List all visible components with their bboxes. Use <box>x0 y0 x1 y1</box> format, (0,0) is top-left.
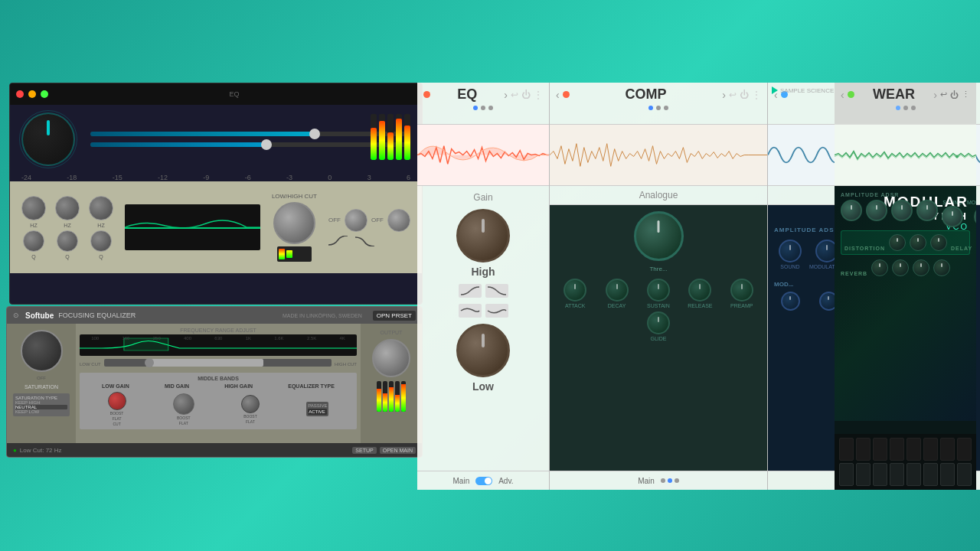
eq-hcut-knob[interactable] <box>387 209 410 232</box>
synth-k1-knob[interactable] <box>841 200 862 221</box>
softube-band-knobs: BOOST FLAT CUT BOOST FLAT BOOST FLAT <box>84 392 352 426</box>
eq-output-knob[interactable] <box>273 202 315 244</box>
pad-1-4[interactable] <box>890 438 904 461</box>
softube-setup-btn[interactable]: SETUP <box>352 447 376 454</box>
synth-green-row: DISTORTION DELAY <box>844 234 966 251</box>
pad-2-8[interactable] <box>957 463 972 486</box>
wear-power[interactable]: ⏻ <box>950 90 959 99</box>
eq-lcut-knob[interactable] <box>345 209 368 232</box>
comp-threshold-knob[interactable] <box>634 211 684 261</box>
softube-output-knob[interactable] <box>372 339 410 377</box>
eq-slider-1[interactable] <box>90 132 410 136</box>
comp-waveform-svg <box>550 125 767 185</box>
comp-release-knob[interactable] <box>688 279 711 302</box>
softube-keeplo[interactable]: KEEP LOW <box>15 409 67 414</box>
pad-1-7[interactable] <box>940 438 955 461</box>
softube-open-preset-btn[interactable]: OPN PRSET <box>373 311 416 321</box>
pad-2-3[interactable] <box>873 463 887 486</box>
close-dot[interactable] <box>16 90 24 98</box>
pad-1-5[interactable] <box>906 438 921 461</box>
softube-sat-type: SATURATION TYPE KEEP HIGH NEUTRAL KEEP L… <box>13 393 70 416</box>
synth-k4-knob[interactable] <box>916 200 938 221</box>
softube-footer-text: Low Cut: 72 Hz <box>20 447 62 454</box>
eq-curve-btn-2[interactable] <box>485 284 508 298</box>
mod-sound-knob[interactable] <box>779 240 802 262</box>
synth-gk3 <box>930 234 947 251</box>
pad-1-8[interactable] <box>957 438 972 461</box>
softube-saturation-knob[interactable] <box>21 330 63 372</box>
synth-gk1-knob[interactable] <box>889 234 906 251</box>
softube-passive[interactable]: PASSIVE <box>308 403 327 408</box>
wear-waveform-svg <box>835 125 976 185</box>
comp-name-row: ‹ COMP › ↩ ⏻ ⋮ <box>556 86 761 103</box>
eq-curve-btn-3[interactable] <box>459 304 482 318</box>
pad-1-2[interactable] <box>856 438 871 461</box>
softube-hi-boost: BOOST <box>243 414 257 419</box>
eq-curve-btn-4[interactable] <box>485 304 508 318</box>
comp-nav-right[interactable]: › <box>722 89 726 101</box>
comp-power[interactable]: ⏻ <box>740 90 749 100</box>
maximize-dot[interactable] <box>41 90 48 98</box>
eq-band1-knob[interactable] <box>21 196 46 220</box>
wear-menu[interactable]: ⋮ <box>962 90 970 99</box>
eq-band2-knob[interactable] <box>55 196 80 220</box>
comp-sustain-knob[interactable] <box>647 279 670 302</box>
comp-attack-knob[interactable] <box>564 279 586 302</box>
pad-1-1[interactable] <box>839 438 854 461</box>
synth-k2-knob[interactable] <box>866 200 887 221</box>
eq-nav-right[interactable]: › <box>504 89 508 101</box>
softube-active[interactable]: ACTIVE <box>308 409 327 415</box>
pad-2-5[interactable] <box>906 463 921 486</box>
eq-band1-q-knob[interactable] <box>23 230 44 252</box>
eq-slider-2[interactable] <box>90 142 410 147</box>
pad-1-6[interactable] <box>923 438 938 461</box>
eq-footer-toggle[interactable] <box>475 477 492 485</box>
wear-undo[interactable]: ↩ <box>940 90 947 99</box>
comp-preamp-knob[interactable] <box>730 279 753 302</box>
synth-rk4-knob[interactable] <box>933 259 950 276</box>
synth-gk2-knob[interactable] <box>910 234 926 251</box>
pad-2-7[interactable] <box>940 463 955 486</box>
eq-low-knob[interactable] <box>456 324 510 377</box>
eq-power[interactable]: ⏻ <box>521 90 531 100</box>
synth-k5-knob[interactable] <box>942 206 963 227</box>
softube-midgain-knob[interactable] <box>173 393 194 415</box>
pad-1-3[interactable] <box>873 438 887 461</box>
comp-decay-knob[interactable] <box>606 279 629 302</box>
mod-s1-knob[interactable] <box>781 292 800 311</box>
comp-nav-left[interactable]: ‹ <box>556 89 560 101</box>
eq-band3-knob[interactable] <box>89 196 113 220</box>
synth-rk2-knob[interactable] <box>892 259 909 276</box>
synth-k6-knob[interactable] <box>974 206 976 227</box>
softube-openMain-btn[interactable]: OPEN MAIN <box>380 447 416 454</box>
eq-high-knob[interactable] <box>456 209 510 262</box>
softube-highgain-knob[interactable] <box>241 395 260 413</box>
eq-gain-sublabel: Gain <box>473 192 492 203</box>
comp-menu[interactable]: ⋮ <box>752 90 761 100</box>
wear-nav-right[interactable]: › <box>933 89 937 101</box>
eq-band3-q-knob[interactable] <box>90 230 112 252</box>
eq-menu[interactable]: ⋮ <box>534 90 543 100</box>
minimize-dot[interactable] <box>28 90 36 98</box>
eq-curve-btn-1[interactable] <box>459 284 482 298</box>
synth-k3-knob[interactable] <box>891 200 913 221</box>
pad-2-1[interactable] <box>839 463 854 486</box>
synth-rk3-knob[interactable] <box>913 259 929 276</box>
curve-icon-1 <box>328 236 348 246</box>
comp-thresh-area: Thre... <box>556 211 761 272</box>
softube-range-slider[interactable] <box>104 359 332 367</box>
softube-lowgain-knob[interactable] <box>108 392 126 410</box>
softube-bands-title: MIDDLE BANDS <box>84 376 352 381</box>
comp-undo[interactable]: ↩ <box>729 90 737 100</box>
synth-gk3-knob[interactable] <box>930 234 947 251</box>
eq-undo[interactable]: ↩ <box>511 90 518 100</box>
synth-rk1-knob[interactable] <box>871 259 888 276</box>
eq-main-knob[interactable] <box>21 112 75 166</box>
pad-2-2[interactable] <box>856 463 871 486</box>
comp-glide-knob[interactable] <box>647 311 670 334</box>
eq-band2-q-knob[interactable] <box>57 230 78 252</box>
pad-2-4[interactable] <box>890 463 904 486</box>
pad-2-6[interactable] <box>923 463 938 486</box>
eq-dark-plugin: EQ -24 -18 <box>9 83 423 305</box>
wear-nav-left[interactable]: ‹ <box>841 89 844 101</box>
